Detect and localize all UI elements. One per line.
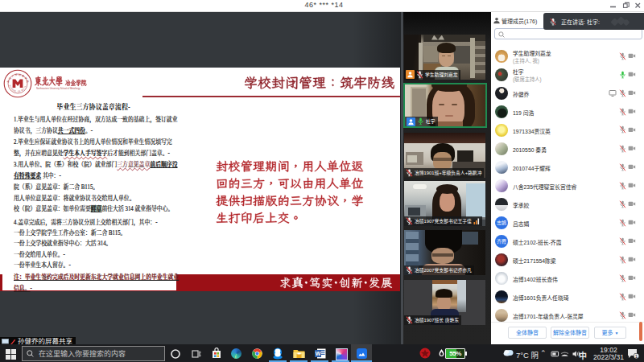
svg-text:W: W [316, 351, 321, 356]
